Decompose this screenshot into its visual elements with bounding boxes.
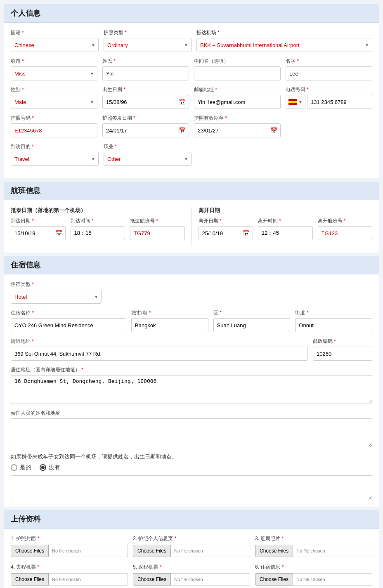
email-label: 邮箱地址 * [194, 86, 281, 93]
children-yes-option[interactable]: 是的 [11, 464, 31, 471]
file-input-wrapper-2: Choose Files No file chosen [255, 545, 372, 557]
children-detail-textarea[interactable] [11, 475, 372, 500]
accommodation-name-label: 住宿名称 * [11, 309, 126, 316]
salutation-select-wrapper[interactable]: Miss ▼ [11, 66, 97, 80]
children-no-label: 没有 [49, 464, 60, 471]
departure-time-input[interactable] [258, 226, 313, 240]
phone-input[interactable] [307, 95, 372, 109]
file-name-2: No file chosen [293, 545, 372, 557]
phone-input-group: ▼ [286, 95, 372, 109]
upload-title: 上传资料 [4, 510, 379, 529]
passport-no-input[interactable] [11, 123, 97, 137]
expiry-date-input[interactable] [194, 123, 281, 137]
dob-input-wrapper: 📅 [102, 95, 189, 109]
issue-date-input[interactable] [102, 123, 189, 137]
street-input[interactable] [295, 318, 372, 332]
dob-input[interactable] [102, 95, 189, 109]
personal-row-4: 护照号码 * 护照签发日期 * 📅 护照有效期至 * [11, 115, 372, 137]
city-input[interactable] [131, 318, 208, 332]
departure-date-input[interactable] [199, 226, 253, 240]
accommodation-title-text: 住宿信息 [11, 261, 40, 269]
upload-item-5: 6. 住宿信息 * Choose Files No file chosen [255, 564, 372, 586]
visit-purpose-select-wrapper[interactable]: Travel ▼ [11, 152, 99, 166]
passport-no-label: 护照号码 * [11, 115, 97, 122]
upload-item-2: 3. 近期照片 * Choose Files No file chosen [255, 535, 372, 557]
postcode-group: 邮政编码 * [313, 338, 372, 361]
nationality-label: 国籍 * [11, 29, 99, 36]
email-input[interactable] [194, 95, 281, 109]
district-group: 区 * [213, 309, 291, 332]
gender-label: 性别 * [11, 86, 97, 93]
passport-type-label: 护照类型 * [104, 29, 192, 36]
choose-files-btn-5[interactable]: Choose Files [255, 573, 293, 586]
occupation-select[interactable]: Other [104, 152, 192, 166]
phone-country-select[interactable]: ▼ [286, 95, 305, 109]
accommodation-type-row: 住宿类型 * Hotel ▼ [11, 281, 372, 304]
district-label: 区 * [213, 309, 291, 316]
arrival-airport-group: 抵达机场 * BKK – Suvarnabhumi International … [196, 29, 372, 52]
arrival-time-input[interactable] [71, 226, 125, 240]
last-name-input[interactable] [102, 66, 189, 80]
city-label: 城市/府 * [131, 309, 208, 316]
salutation-select[interactable]: Miss [11, 66, 97, 80]
first-name-label: 名字 * [286, 58, 372, 65]
phone-group: 电话号码 * ▼ [286, 86, 372, 109]
postcode-input[interactable] [313, 347, 372, 361]
arrival-airport-select-wrapper[interactable]: BKK – Suvarnabhumi International Airport… [196, 38, 372, 52]
visit-purpose-group: 到访目的 * Travel ▼ [11, 143, 99, 166]
departure-date-input-wrapper: 📅 [199, 226, 253, 240]
city-group: 城市/府 * [131, 309, 208, 332]
nationality-select[interactable]: Chinese [11, 38, 99, 52]
first-name-input[interactable] [286, 66, 372, 80]
accommodation-title: 住宿信息 [4, 256, 379, 274]
phone-label: 电话号码 * [286, 86, 372, 93]
thai-contact-textarea[interactable] [11, 418, 372, 447]
arrival-flight-group: 抵达航班号 * [130, 217, 185, 240]
children-no-option[interactable]: 没有 [40, 464, 60, 471]
thai-contact-group: 泰国人员的姓名和地址 [11, 410, 372, 447]
accommodation-details-row: 住宿名称 * 城市/府 * 区 * [11, 309, 372, 332]
file-name-1: No file chosen [171, 545, 250, 557]
accommodation-name-input[interactable] [11, 318, 126, 332]
departure-flight-input[interactable] [318, 226, 373, 240]
accommodation-type-select[interactable]: Hotel [11, 290, 102, 304]
residence-textarea[interactable]: 16 Donghuamen St, Dongcheng, Beijing, 10… [11, 375, 372, 404]
choose-files-btn-0[interactable]: Choose Files [11, 545, 49, 557]
departure-date-group: 离开日期 * 📅 [199, 217, 253, 240]
nationality-select-wrapper[interactable]: Chinese ▼ [11, 38, 99, 52]
district-input[interactable] [213, 318, 291, 332]
arrival-date-input[interactable] [11, 226, 66, 240]
accommodation-type-select-wrapper[interactable]: Hotel ▼ [11, 290, 102, 304]
passport-type-select[interactable]: Ordinary [104, 38, 192, 52]
file-name-4: No file chosen [171, 573, 250, 586]
passport-type-select-wrapper[interactable]: Ordinary ▼ [104, 38, 192, 52]
middle-name-input[interactable] [194, 66, 281, 80]
arrival-airport-select[interactable]: BKK – Suvarnabhumi International Airport [196, 38, 372, 52]
accommodation-name-group: 住宿名称 * [11, 309, 126, 332]
arrival-date-group: 到达日期 * 📅 [11, 217, 66, 240]
gender-select-wrapper[interactable]: Male ▼ [11, 95, 97, 109]
gender-select[interactable]: Male [11, 95, 97, 109]
departure-date-label: 离开日期 * [199, 217, 253, 224]
arrival-flight-input[interactable] [130, 226, 185, 240]
upload-grid: 1. 护照封面 * Choose Files No file chosen 2.… [11, 535, 372, 586]
choose-files-btn-3[interactable]: Choose Files [11, 573, 49, 586]
arrival-date-label: 到达日期 * [11, 217, 66, 224]
choose-files-btn-1[interactable]: Choose Files [133, 545, 171, 557]
children-yes-radio[interactable] [11, 464, 17, 471]
flight-info-section: 航班信息 抵泰日期（落地的第一个机场） 到达日期 * [4, 182, 379, 253]
personal-row-2: 称谓 * Miss ▼ 姓氏 * [11, 58, 372, 80]
passport-no-group: 护照号码 * [11, 115, 97, 137]
personal-row-5: 到访目的 * Travel ▼ 职业 * Othe [11, 143, 372, 166]
arrival-flight-label: 抵达航班号 * [130, 217, 185, 224]
children-radio-group: 是的 没有 [11, 464, 372, 471]
choose-files-btn-4[interactable]: Choose Files [133, 573, 171, 586]
address-row: 街道地址 * 邮政编码 * [11, 338, 372, 361]
visit-purpose-select[interactable]: Travel [11, 152, 99, 166]
file-input-wrapper-0: Choose Files No file chosen [11, 545, 128, 557]
flight-divider: 抵泰日期（落地的第一个机场） 到达日期 * 📅 [11, 207, 372, 246]
children-no-radio[interactable] [40, 464, 46, 471]
street-address-input[interactable] [11, 347, 308, 361]
choose-files-btn-2[interactable]: Choose Files [255, 545, 293, 557]
occupation-select-wrapper[interactable]: Other ▼ [104, 152, 192, 166]
